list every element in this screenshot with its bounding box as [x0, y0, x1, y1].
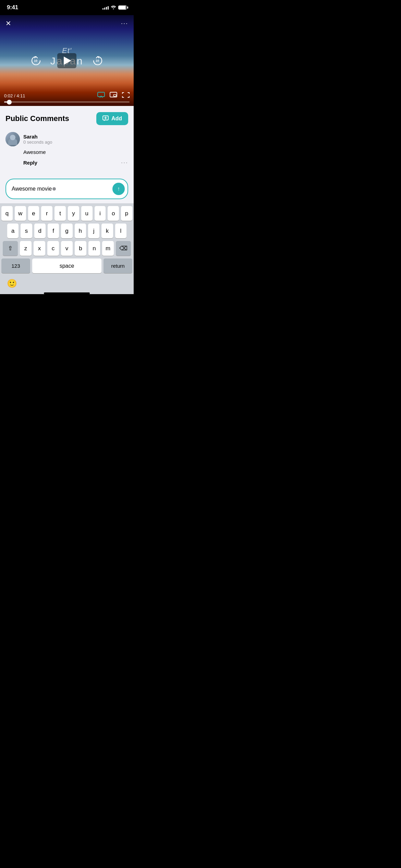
close-button[interactable]: ✕: [5, 19, 11, 27]
key-a[interactable]: a: [7, 224, 19, 238]
key-x[interactable]: x: [34, 241, 45, 256]
forward-button[interactable]: 10: [90, 53, 105, 68]
video-current-time: 0:02 / 4:11: [4, 93, 25, 98]
video-top-controls: ✕ ···: [0, 15, 134, 32]
key-z[interactable]: z: [20, 241, 32, 256]
keyboard-row-2: a s d f g h j k l: [1, 224, 132, 238]
home-indicator: [44, 292, 90, 294]
key-y[interactable]: y: [68, 206, 79, 221]
send-comment-button[interactable]: ↑: [112, 183, 125, 195]
delete-key[interactable]: ⌫: [116, 241, 131, 256]
status-bar: 9:41: [0, 0, 134, 15]
video-bottom-controls: 0:02 / 4:11: [0, 89, 134, 106]
key-v[interactable]: v: [61, 241, 73, 256]
video-action-icons: [97, 92, 130, 99]
key-f[interactable]: f: [48, 224, 59, 238]
key-e[interactable]: e: [28, 206, 39, 221]
svg-text:10: 10: [96, 59, 99, 62]
play-button[interactable]: [57, 53, 76, 68]
add-comment-button[interactable]: Add: [96, 112, 128, 125]
key-s[interactable]: s: [21, 224, 32, 238]
key-b[interactable]: b: [75, 241, 86, 256]
comment-author: Sarah: [23, 134, 52, 140]
add-comment-icon: [102, 116, 109, 122]
comment-header-row: Sarah 0 seconds ago: [5, 132, 128, 146]
numbers-key[interactable]: 123: [1, 258, 30, 273]
key-m[interactable]: m: [102, 241, 114, 256]
key-n[interactable]: n: [88, 241, 100, 256]
key-k[interactable]: k: [101, 224, 113, 238]
comments-title: Public Comments: [5, 114, 69, 123]
comment-time: 0 seconds ago: [23, 140, 52, 145]
signal-icon: [102, 5, 109, 10]
battery-icon: [118, 5, 127, 10]
shift-key[interactable]: ⇧: [3, 241, 18, 256]
key-j[interactable]: j: [88, 224, 99, 238]
comments-section: Public Comments Add Sarah 0 seconds ago …: [0, 106, 134, 175]
keyboard-row-1: q w e r t y u i o p: [1, 206, 132, 221]
comment-input[interactable]: Awesome movie: [12, 186, 110, 192]
key-g[interactable]: g: [61, 224, 72, 238]
key-p[interactable]: p: [121, 206, 132, 221]
status-time: 9:41: [7, 4, 18, 11]
status-icons: [102, 5, 127, 10]
return-key[interactable]: return: [104, 258, 132, 273]
key-r[interactable]: r: [41, 206, 52, 221]
key-l[interactable]: l: [115, 224, 126, 238]
svg-rect-4: [113, 95, 116, 96]
send-arrow-icon: ↑: [117, 186, 120, 192]
space-key[interactable]: space: [32, 258, 101, 273]
key-h[interactable]: h: [75, 224, 86, 238]
wifi-icon: [111, 5, 116, 10]
comment-item: Sarah 0 seconds ago Awesome Reply ···: [5, 131, 128, 171]
video-player[interactable]: ✕ ··· Et' Japan 10 10: [0, 15, 134, 106]
svg-text:10: 10: [34, 59, 37, 62]
pip-icon[interactable]: [110, 92, 117, 99]
more-options-button[interactable]: ···: [121, 20, 128, 27]
airplay-icon[interactable]: [97, 92, 105, 99]
reply-button[interactable]: Reply: [23, 160, 37, 166]
comment-input-area: Awesome movie ↑: [0, 175, 134, 203]
key-q[interactable]: q: [1, 206, 13, 221]
comment-input-wrap: Awesome movie ↑: [5, 179, 128, 199]
keyboard-row-4: 123 space return: [1, 258, 132, 273]
comment-more-options-button[interactable]: ···: [121, 159, 128, 166]
key-t[interactable]: t: [54, 206, 66, 221]
video-center-controls: 10 10: [28, 53, 105, 68]
keyboard: q w e r t y u i o p a s d f g h j k l ⇧ …: [0, 203, 134, 294]
key-d[interactable]: d: [34, 224, 46, 238]
key-i[interactable]: i: [95, 206, 106, 221]
video-time-row: 0:02 / 4:11: [4, 92, 130, 99]
key-o[interactable]: o: [108, 206, 119, 221]
text-cursor: [52, 187, 56, 191]
avatar: [5, 132, 20, 146]
keyboard-bottom: 🙂: [1, 276, 132, 290]
rewind-button[interactable]: 10: [28, 53, 44, 68]
comment-meta: Sarah 0 seconds ago: [23, 134, 52, 145]
fullscreen-icon[interactable]: [122, 92, 130, 99]
video-progress-thumb: [7, 100, 12, 105]
comments-header: Public Comments Add: [5, 112, 128, 125]
video-progress-bar[interactable]: [4, 101, 130, 103]
key-w[interactable]: w: [15, 206, 26, 221]
key-u[interactable]: u: [81, 206, 93, 221]
keyboard-row-3: ⇧ z x c v b n m ⌫: [1, 241, 132, 256]
emoji-button[interactable]: 🙂: [7, 279, 17, 288]
comment-text: Awesome: [23, 149, 128, 155]
comment-actions: Reply ···: [23, 159, 128, 170]
key-c[interactable]: c: [47, 241, 59, 256]
